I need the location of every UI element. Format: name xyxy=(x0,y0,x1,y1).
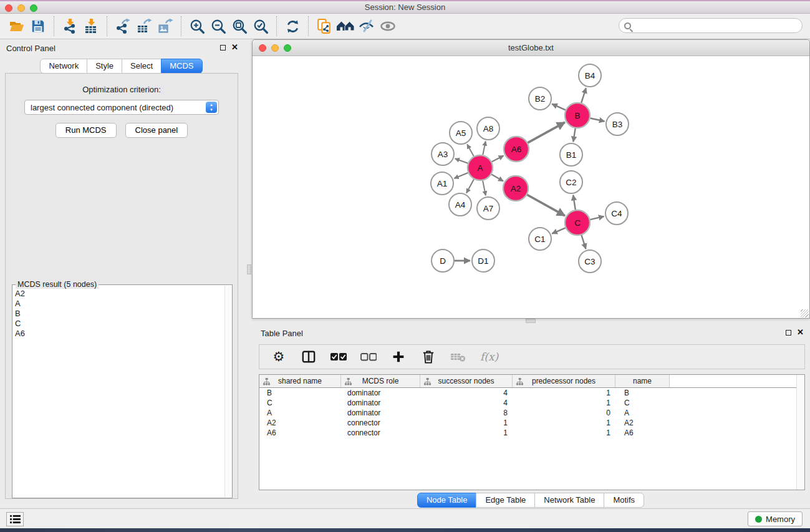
duplicate-network-icon[interactable] xyxy=(314,16,335,36)
tab-network[interactable]: Network xyxy=(40,59,87,74)
cell-mcds_role[interactable]: connector xyxy=(341,418,420,427)
column-header-predecessor_nodes[interactable]: predecessor nodes xyxy=(513,375,615,387)
graph-edge-A-A6[interactable] xyxy=(492,156,504,162)
graph-node-C[interactable]: C xyxy=(565,210,590,235)
cell-predecessor_nodes[interactable]: 1 xyxy=(513,418,615,427)
table-row[interactable]: Cdominator41C xyxy=(259,398,804,408)
window-resize-grip[interactable] xyxy=(801,309,809,317)
cell-predecessor_nodes[interactable]: 1 xyxy=(513,399,615,407)
network-zoom-button[interactable] xyxy=(284,44,291,52)
import-table-icon[interactable] xyxy=(80,16,102,36)
select-all-check-icon[interactable] xyxy=(330,349,347,365)
close-window-button[interactable] xyxy=(5,4,12,12)
node-table[interactable]: shared name MCDS role successor nodes pr… xyxy=(259,374,805,490)
close-panel-icon[interactable]: ✕ xyxy=(231,44,238,51)
tab-select[interactable]: Select xyxy=(122,59,162,74)
network-window-titlebar[interactable]: testGlobe.txt xyxy=(253,40,809,56)
save-session-icon[interactable] xyxy=(27,16,49,36)
cell-shared_name[interactable]: A6 xyxy=(259,428,341,437)
cell-shared_name[interactable]: B xyxy=(259,389,341,397)
network-minimize-button[interactable] xyxy=(271,44,279,52)
export-image-icon[interactable] xyxy=(155,16,176,36)
tab-style[interactable]: Style xyxy=(87,59,122,74)
graph-edge-A-A3[interactable] xyxy=(455,158,468,163)
graph-edge-A-A5[interactable] xyxy=(467,144,474,156)
cell-mcds_role[interactable]: connector xyxy=(341,428,420,437)
cell-predecessor_nodes[interactable]: 1 xyxy=(513,428,615,437)
mcds-result-item[interactable]: C xyxy=(15,319,232,329)
close-panel-button[interactable]: Close panel xyxy=(125,123,188,138)
table-options-icon[interactable]: ⚙ xyxy=(271,349,287,365)
deselect-all-check-icon[interactable] xyxy=(360,349,377,365)
graph-node-B[interactable]: B xyxy=(565,103,590,128)
graph-edge-C-C3[interactable] xyxy=(581,235,586,249)
delete-row-icon[interactable] xyxy=(420,349,436,365)
cell-predecessor_nodes[interactable]: 0 xyxy=(513,409,615,417)
cell-name[interactable]: A xyxy=(615,409,670,417)
graph-node-A4[interactable]: A4 xyxy=(449,193,471,216)
table-row[interactable]: A6connector11A6 xyxy=(259,428,804,438)
graph-node-A1[interactable]: A1 xyxy=(431,172,453,195)
horizontal-splitter-handle[interactable] xyxy=(526,319,536,323)
float-panel-icon[interactable] xyxy=(220,45,226,51)
refresh-icon[interactable] xyxy=(282,16,303,36)
tab-motifs[interactable]: Motifs xyxy=(604,493,644,508)
cell-successor_nodes[interactable]: 8 xyxy=(420,409,513,417)
zoom-window-button[interactable] xyxy=(30,4,37,12)
cell-successor_nodes[interactable]: 1 xyxy=(420,428,513,437)
float-table-panel-icon[interactable] xyxy=(786,330,791,336)
graph-edge-A-A2[interactable] xyxy=(491,175,503,181)
home-icon[interactable] xyxy=(335,16,356,36)
cell-predecessor_nodes[interactable]: 1 xyxy=(513,389,615,397)
graph-node-C4[interactable]: C4 xyxy=(605,202,628,225)
graph-node-C3[interactable]: C3 xyxy=(579,250,601,273)
cell-successor_nodes[interactable]: 4 xyxy=(420,389,513,397)
vertical-splitter-handle[interactable] xyxy=(247,264,251,274)
graph-node-A5[interactable]: A5 xyxy=(450,122,472,144)
search-input[interactable] xyxy=(631,21,802,30)
show-details-icon[interactable] xyxy=(377,16,398,36)
graph-node-A6[interactable]: A6 xyxy=(504,137,529,162)
import-network-icon[interactable] xyxy=(59,16,80,36)
column-header-name[interactable]: name xyxy=(615,375,670,387)
table-row[interactable]: Adominator80A xyxy=(259,408,804,418)
open-file-icon[interactable] xyxy=(6,16,27,36)
add-row-icon[interactable] xyxy=(390,349,407,365)
cell-name[interactable]: A6 xyxy=(615,428,670,437)
run-mcds-button[interactable]: Run MCDS xyxy=(55,123,117,138)
tab-edge-table[interactable]: Edge Table xyxy=(476,493,535,508)
cell-successor_nodes[interactable]: 4 xyxy=(420,399,513,407)
graph-node-D[interactable]: D xyxy=(432,249,454,272)
graph-node-A8[interactable]: A8 xyxy=(477,117,499,140)
graph-edge-B-B1[interactable] xyxy=(573,128,575,142)
mcds-result-item[interactable]: A6 xyxy=(15,329,232,339)
cell-mcds_role[interactable]: dominator xyxy=(341,399,420,407)
column-header-mcds_role[interactable]: MCDS role xyxy=(341,375,420,387)
graph-node-B4[interactable]: B4 xyxy=(579,64,601,87)
graph-node-A7[interactable]: A7 xyxy=(477,197,499,220)
cell-name[interactable]: B xyxy=(615,389,670,397)
graph-node-A3[interactable]: A3 xyxy=(432,143,454,165)
table-row[interactable]: A2connector11A2 xyxy=(259,418,804,428)
cell-successor_nodes[interactable]: 1 xyxy=(420,418,513,427)
export-table-icon[interactable] xyxy=(133,16,155,36)
tab-network-table[interactable]: Network Table xyxy=(534,493,604,508)
graph-edge-C-C2[interactable] xyxy=(573,195,576,210)
optimization-dropdown[interactable]: largest connected component (directed) ▴… xyxy=(24,100,219,115)
column-header-shared_name[interactable]: shared name xyxy=(259,375,341,387)
show-columns-icon[interactable] xyxy=(301,349,317,365)
graph-node-A[interactable]: A xyxy=(468,155,493,180)
graph-edge-B-B4[interactable] xyxy=(581,88,586,103)
network-close-button[interactable] xyxy=(259,44,266,52)
graph-node-B3[interactable]: B3 xyxy=(606,113,629,135)
table-scrollbar[interactable] xyxy=(796,375,804,490)
mcds-result-item[interactable]: B xyxy=(15,309,232,319)
graph-node-C2[interactable]: C2 xyxy=(560,171,582,193)
zoom-out-icon[interactable] xyxy=(208,16,229,36)
result-scrollbar[interactable] xyxy=(224,286,232,497)
graph-edge-A2-C[interactable] xyxy=(527,195,565,216)
table-row[interactable]: Bdominator41B xyxy=(259,388,804,398)
cell-shared_name[interactable]: A2 xyxy=(259,418,341,427)
graph-edge-A-A4[interactable] xyxy=(466,179,474,193)
zoom-selected-icon[interactable] xyxy=(250,16,271,36)
